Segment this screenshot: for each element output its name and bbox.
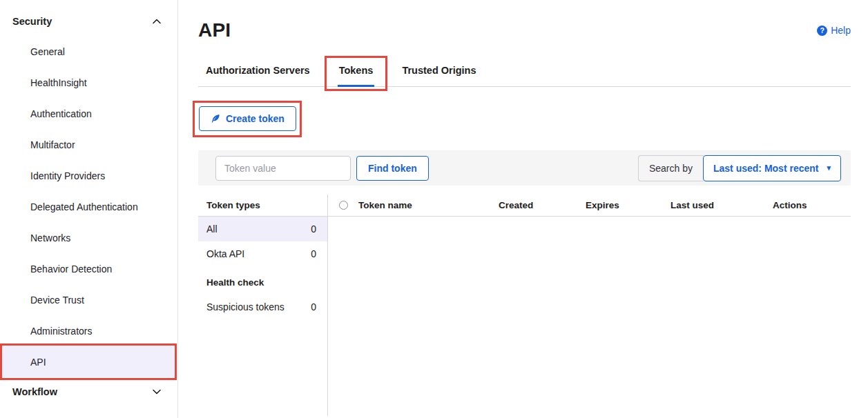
tab-bar: Authorization Servers Tokens Trusted Ori… (198, 58, 851, 87)
select-all-radio-cell (339, 201, 358, 210)
health-check-title: Health check (198, 266, 327, 295)
create-token-row: Create token (198, 106, 851, 131)
create-token-button-label: Create token (226, 113, 284, 124)
token-types-title: Token types (198, 195, 327, 217)
tab-tokens[interactable]: Tokens (338, 58, 375, 86)
sidebar-section-security-label: Security (12, 16, 52, 27)
token-type-okta-api-label: Okta API (206, 248, 244, 259)
sidebar-nav: General HealthInsight Authentication Mul… (0, 36, 177, 377)
sidebar-item-general[interactable]: General (0, 36, 177, 67)
sidebar-section-workflow-label: Workflow (12, 386, 57, 397)
token-type-suspicious-tokens[interactable]: Suspicious tokens 0 (198, 295, 327, 319)
search-by-label: Search by (638, 155, 703, 181)
sidebar-item-api[interactable]: API (3, 346, 174, 377)
search-by-group: Search by Last used: Most recent ▾ (638, 155, 841, 181)
token-type-all-count: 0 (311, 223, 316, 235)
column-header-last-used: Last used (671, 200, 773, 210)
chevron-up-icon (153, 19, 161, 24)
main-content: API ? Help Authorization Servers Tokens … (178, 0, 868, 418)
radio-circle-icon[interactable] (339, 201, 348, 210)
help-link-label: Help (831, 25, 851, 36)
sidebar-section-workflow[interactable]: Workflow (0, 377, 177, 406)
tab-authorization-servers[interactable]: Authorization Servers (204, 58, 311, 86)
token-type-okta-api[interactable]: Okta API 0 (198, 241, 327, 266)
sidebar-item-administrators[interactable]: Administrators (0, 315, 177, 346)
column-header-expires: Expires (586, 200, 671, 210)
app-window: Security General HealthInsight Authentic… (0, 0, 868, 418)
token-type-all[interactable]: All 0 (198, 217, 327, 241)
tokens-content: Token types All 0 Okta API 0 Health chec… (198, 195, 851, 416)
sidebar: Security General HealthInsight Authentic… (0, 0, 178, 418)
token-value-input[interactable] (215, 156, 351, 181)
column-header-actions: Actions (773, 200, 851, 210)
sidebar-item-device-trust[interactable]: Device Trust (0, 284, 177, 315)
page-header: API ? Help (198, 19, 851, 41)
sidebar-item-behavior-detection[interactable]: Behavior Detection (0, 253, 177, 284)
chevron-down-icon (153, 389, 161, 395)
tokens-table: Token name Created Expires Last used Act… (328, 195, 851, 416)
suspicious-tokens-label: Suspicious tokens (206, 301, 284, 312)
help-icon: ? (817, 26, 827, 36)
sidebar-section-security[interactable]: Security (0, 7, 177, 36)
help-link[interactable]: ? Help (817, 25, 851, 36)
tokens-table-body (328, 217, 851, 416)
page-title: API (198, 19, 231, 41)
column-header-token-name: Token name (358, 200, 499, 210)
quill-pen-icon (211, 114, 220, 123)
sidebar-item-identity-providers[interactable]: Identity Providers (0, 160, 177, 191)
sidebar-item-api-label: API (30, 357, 46, 368)
suspicious-tokens-count: 0 (311, 301, 316, 312)
find-token-button[interactable]: Find token (356, 156, 429, 181)
sort-dropdown[interactable]: Last used: Most recent ▾ (703, 155, 841, 181)
token-types-panel: Token types All 0 Okta API 0 Health chec… (198, 195, 328, 416)
column-header-created: Created (499, 200, 586, 210)
token-type-okta-api-count: 0 (311, 248, 316, 259)
tab-trusted-origins[interactable]: Trusted Origins (401, 58, 477, 86)
sidebar-item-networks[interactable]: Networks (0, 222, 177, 253)
sidebar-item-multifactor[interactable]: Multifactor (0, 129, 177, 160)
sidebar-item-authentication[interactable]: Authentication (0, 98, 177, 129)
tokens-table-header: Token name Created Expires Last used Act… (328, 195, 851, 217)
tab-tokens-label: Tokens (339, 65, 374, 76)
create-token-button[interactable]: Create token (199, 106, 296, 131)
sidebar-item-healthinsight[interactable]: HealthInsight (0, 67, 177, 98)
chevron-down-icon: ▾ (827, 164, 831, 172)
sidebar-item-delegated-authentication[interactable]: Delegated Authentication (0, 191, 177, 222)
sort-dropdown-value: Last used: Most recent (713, 163, 818, 174)
token-type-all-label: All (206, 223, 218, 235)
token-search-toolbar: Find token Search by Last used: Most rec… (198, 150, 851, 186)
